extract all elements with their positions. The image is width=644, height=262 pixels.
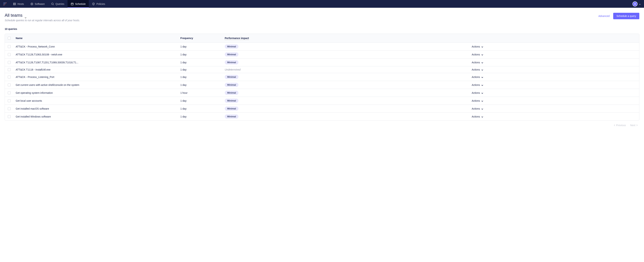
actions-dropdown[interactable]: Actions	[472, 115, 483, 118]
advanced-link[interactable]: Advanced	[598, 14, 610, 17]
actions-label: Actions	[472, 53, 480, 56]
chevron-down-icon	[482, 107, 483, 110]
page: All teams Schedule queries to run at reg…	[0, 8, 644, 132]
row-checkbox[interactable]	[8, 61, 11, 64]
actions-dropdown[interactable]: Actions	[472, 76, 483, 78]
nav-item-hosts[interactable]: Hosts	[10, 0, 27, 8]
select-all-header	[5, 34, 12, 43]
svg-point-4	[31, 3, 33, 5]
query-name: Get installed macOS software	[12, 105, 177, 113]
row-checkbox[interactable]	[8, 107, 11, 110]
table-row[interactable]: Get operating system information1 hourMi…	[5, 89, 639, 97]
avatar	[632, 1, 638, 6]
nav-item-software[interactable]: Software	[27, 0, 48, 8]
column-header-performance[interactable]: Performance impact	[221, 34, 468, 43]
actions-dropdown[interactable]: Actions	[472, 45, 483, 48]
query-frequency: 1 day	[177, 50, 221, 58]
nav-item-schedule[interactable]: Schedule	[68, 0, 89, 8]
query-impact: Minimal	[221, 43, 468, 50]
query-impact: Minimal	[221, 58, 468, 66]
nav-item-queries[interactable]: Queries	[48, 0, 68, 8]
select-all-checkbox[interactable]	[8, 37, 11, 40]
column-header-actions	[468, 34, 639, 43]
table-row[interactable]: Get installed macOS software1 dayMinimal…	[5, 105, 639, 113]
svg-rect-8	[71, 3, 73, 5]
query-impact: Minimal	[221, 81, 468, 89]
svg-line-7	[53, 4, 54, 5]
query-frequency: 1 day	[177, 97, 221, 105]
row-checkbox[interactable]	[8, 115, 11, 118]
team-selector[interactable]: All teams	[5, 13, 80, 18]
actions-dropdown[interactable]: Actions	[472, 61, 483, 64]
chevron-down-icon	[482, 115, 483, 118]
actions-label: Actions	[472, 83, 480, 86]
svg-point-12	[635, 3, 636, 4]
impact-badge: Minimal	[225, 60, 238, 64]
chevron-right-icon	[636, 124, 638, 127]
query-impact: Minimal	[221, 50, 468, 58]
user-menu[interactable]	[632, 0, 644, 8]
page-subtitle: Schedule queries to run at regular inter…	[5, 19, 80, 22]
svg-point-2	[14, 3, 14, 3]
row-checkbox[interactable]	[8, 91, 11, 94]
software-icon	[30, 2, 33, 5]
nav-item-label: Software	[35, 2, 45, 5]
nav-item-policies[interactable]: Policies	[89, 0, 108, 8]
query-name: ATT&CK T1128,T1063,S0108 - netsh.exe	[12, 50, 177, 58]
actions-label: Actions	[472, 115, 480, 118]
query-frequency: 1 day	[177, 58, 221, 66]
chevron-down-icon	[482, 76, 483, 78]
row-checkbox[interactable]	[8, 45, 11, 48]
row-checkbox[interactable]	[8, 83, 11, 86]
table-row[interactable]: ATT&CK T1128,T1063,S0108 - netsh.exe1 da…	[5, 50, 639, 58]
row-checkbox[interactable]	[8, 68, 11, 71]
impact-badge: Minimal	[225, 83, 238, 87]
impact-badge: Minimal	[225, 114, 238, 119]
query-name: ATT&CK - Process_Network_Conn	[12, 43, 177, 50]
impact-badge: Minimal	[225, 52, 238, 56]
query-name: Get current users with active shell/cons…	[12, 81, 177, 89]
actions-dropdown[interactable]: Actions	[472, 91, 483, 94]
actions-dropdown[interactable]: Actions	[472, 68, 483, 71]
actions-dropdown[interactable]: Actions	[472, 99, 483, 102]
nav-item-label: Policies	[96, 2, 105, 5]
row-checkbox[interactable]	[8, 76, 11, 78]
chevron-down-icon	[482, 83, 483, 86]
previous-page[interactable]: Previous	[614, 124, 626, 127]
row-checkbox[interactable]	[8, 99, 11, 102]
table-row[interactable]: Get installed Windows software1 dayMinim…	[5, 113, 639, 121]
next-page[interactable]: Next	[630, 124, 638, 127]
query-name: Get operating system information	[12, 89, 177, 97]
queries-icon	[51, 2, 54, 5]
table-row[interactable]: ATT&CK T1126,T1087,T1201,T1069,S0039,T10…	[5, 58, 639, 66]
table-row[interactable]: ATT&CK - Process_Network_Conn1 dayMinima…	[5, 43, 639, 50]
column-header-frequency[interactable]: Frequency	[177, 34, 221, 43]
nav-item-label: Queries	[56, 2, 64, 5]
impact-text: Undetermined	[225, 68, 240, 71]
query-frequency: 1 day	[177, 81, 221, 89]
chevron-down-icon	[482, 99, 483, 102]
table-row[interactable]: Get local user accounts1 dayMinimalActio…	[5, 97, 639, 105]
pagination: Previous Next	[5, 121, 639, 127]
app-logo[interactable]	[0, 0, 10, 8]
hosts-icon	[13, 2, 16, 5]
query-impact: Minimal	[221, 89, 468, 97]
svg-point-6	[52, 3, 53, 5]
table-row[interactable]: ATT&CK T1118 - InstallUtil.exe1 dayUndet…	[5, 66, 639, 73]
query-impact: Minimal	[221, 113, 468, 121]
table-row[interactable]: ATT&CK - Process_Listening_Port1 dayMini…	[5, 73, 639, 81]
policies-icon	[92, 2, 95, 5]
chevron-down-icon	[482, 61, 483, 64]
query-name: Get installed Windows software	[12, 113, 177, 121]
table-row[interactable]: Get current users with active shell/cons…	[5, 81, 639, 89]
schedule-query-button[interactable]: Schedule a query	[613, 13, 639, 19]
actions-dropdown[interactable]: Actions	[472, 107, 483, 110]
page-header: All teams Schedule queries to run at reg…	[5, 13, 639, 22]
actions-dropdown[interactable]: Actions	[472, 53, 483, 56]
actions-dropdown[interactable]: Actions	[472, 83, 483, 86]
column-header-name[interactable]: Name	[12, 34, 177, 43]
impact-badge: Minimal	[225, 91, 238, 95]
query-impact: Undetermined	[221, 66, 468, 73]
row-checkbox[interactable]	[8, 53, 11, 56]
query-frequency: 1 hour	[177, 89, 221, 97]
